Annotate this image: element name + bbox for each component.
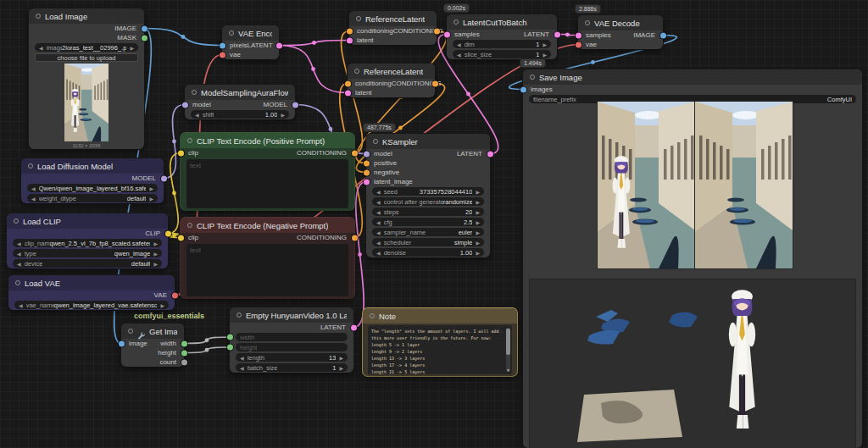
decrement-arrow[interactable]: ◀ <box>39 45 43 51</box>
output-slot-CONDITIONING-dot[interactable] <box>432 80 438 86</box>
collapse-dot[interactable] <box>28 163 33 169</box>
input-slot-pixels-dot[interactable] <box>220 42 225 48</box>
collapse-dot[interactable] <box>128 329 133 334</box>
prompt-textarea[interactable]: text <box>186 244 348 296</box>
node-note[interactable]: NoteThe "length" sets the amount of laye… <box>363 308 517 376</box>
widget-device[interactable]: ◀devicedefault▶ <box>13 259 162 268</box>
node-latent-cut[interactable]: 0.002sLatentCutToBatchsamplesLATENT◀dim1… <box>447 14 557 59</box>
note-text[interactable]: The "length" sets the amount of layers. … <box>368 325 512 374</box>
decrement-arrow[interactable]: ◀ <box>31 185 36 191</box>
node-clip-pos[interactable]: CLIP Text Encode (Positive Prompt)clipCO… <box>181 133 354 210</box>
increment-arrow[interactable]: ▶ <box>476 189 480 195</box>
node-ksampler[interactable]: 487.775sKSamplermodelLATENTpositivenegat… <box>366 134 490 257</box>
widget-clip_name[interactable]: ◀clip_nameqwen_2.5_vl_7b_fp8_scaled.safe… <box>13 239 162 247</box>
input-slot-image-dot[interactable] <box>119 340 125 346</box>
output-slot-IMAGE-dot[interactable] <box>142 25 147 31</box>
node-title-bar[interactable]: ReferenceLatent <box>348 64 435 79</box>
input-slot-latent_image-dot[interactable] <box>364 179 370 185</box>
decrement-arrow[interactable]: ◀ <box>19 302 23 308</box>
output-slot-LATENT-dot[interactable] <box>351 324 357 330</box>
input-slot-latent-dot[interactable] <box>347 37 353 43</box>
node-title-bar[interactable]: KSampler <box>366 134 490 149</box>
output-slot-width-dot[interactable] <box>181 340 187 346</box>
output-slot-LATENT-dot[interactable] <box>554 31 560 37</box>
decrement-arrow[interactable]: ◀ <box>240 355 244 361</box>
scroll-down-arrow[interactable]: ▼ <box>506 368 510 373</box>
decrement-arrow[interactable]: ◀ <box>195 112 199 118</box>
increment-arrow[interactable]: ▶ <box>149 185 153 191</box>
increment-arrow[interactable]: ▶ <box>542 41 547 47</box>
widget-image[interactable]: ◀image2loras_test__02996_.png▶ <box>35 43 138 52</box>
node-load-image[interactable]: Load ImageIMAGEMASK◀image2loras_test__02… <box>29 8 144 149</box>
note-scrollbar[interactable]: ▼ <box>506 328 510 372</box>
decrement-arrow[interactable]: ◀ <box>376 189 381 195</box>
input-slot-width-dot[interactable] <box>227 335 233 340</box>
node-graph-canvas[interactable]: comfyui_essentials Load ImageIMAGEMASK◀i… <box>0 0 868 448</box>
increment-arrow[interactable]: ▶ <box>149 196 153 202</box>
widget-type[interactable]: ◀typeqwen_image▶ <box>13 249 162 257</box>
increment-arrow[interactable]: ▶ <box>153 251 158 257</box>
node-title-bar[interactable]: Load CLIP <box>7 213 168 229</box>
increment-arrow[interactable]: ▶ <box>339 365 343 371</box>
collapse-dot[interactable] <box>373 139 378 144</box>
output-slot-LATENT-dot[interactable] <box>487 151 493 157</box>
output-slot-CLIP-dot[interactable] <box>165 230 171 236</box>
node-title-bar[interactable]: Load Diffusion Model <box>21 158 164 174</box>
widget-shift[interactable]: ◀shift1.00▶ <box>191 110 289 119</box>
node-ref-latent-1[interactable]: ReferenceLatentconditioningCONDITIONINGl… <box>349 11 437 45</box>
input-slot-samples-dot[interactable] <box>444 31 450 37</box>
node-load-clip[interactable]: Load CLIPCLIP◀clip_nameqwen_2.5_vl_7b_fp… <box>7 213 168 268</box>
input-slot-model-dot[interactable] <box>182 102 188 108</box>
decrement-arrow[interactable]: ◀ <box>376 230 381 235</box>
node-title-bar[interactable]: VAE Decode <box>578 15 663 30</box>
output-slot-MODEL-dot[interactable] <box>292 102 298 108</box>
decrement-arrow[interactable]: ◀ <box>376 209 381 215</box>
widget-control after generate[interactable]: ◀control after generaterandomize▶ <box>372 197 484 206</box>
input-slot-images-dot[interactable] <box>520 86 526 92</box>
increment-arrow[interactable]: ▶ <box>476 230 480 235</box>
decrement-arrow[interactable]: ◀ <box>376 240 381 246</box>
decrement-arrow[interactable]: ◀ <box>457 41 461 47</box>
decrement-arrow[interactable]: ◀ <box>17 251 21 257</box>
decrement-arrow[interactable]: ◀ <box>17 261 21 267</box>
collapse-dot[interactable] <box>354 69 359 74</box>
widget-slice_size[interactable]: ◀slice_size1▶ <box>453 50 551 58</box>
node-title-bar[interactable]: Load VAE <box>8 275 175 290</box>
input-slot-latent-dot[interactable] <box>345 90 351 96</box>
input-slot-clip-dot[interactable] <box>178 235 184 241</box>
widget-dim[interactable]: ◀dim1▶ <box>453 40 551 48</box>
increment-arrow[interactable]: ▶ <box>476 240 480 246</box>
output-slot-count-dot[interactable] <box>181 359 187 365</box>
output-slot-MASK-dot[interactable] <box>142 35 147 41</box>
collapse-dot[interactable] <box>229 30 234 36</box>
decrement-arrow[interactable]: ◀ <box>376 219 381 225</box>
output-slot-LATENT-dot[interactable] <box>276 42 282 48</box>
node-title-bar[interactable]: CLIP Text Encode (Negative Prompt) <box>181 218 354 233</box>
collapse-dot[interactable] <box>15 280 20 285</box>
decrement-arrow[interactable]: ◀ <box>31 196 36 202</box>
increment-arrow[interactable]: ▶ <box>476 250 480 256</box>
choose-file-button[interactable]: choose file to upload <box>35 53 138 62</box>
output-slot-CONDITIONING-dot[interactable] <box>434 28 440 34</box>
output-slot-IMAGE-dot[interactable] <box>660 32 666 38</box>
node-empty-latent[interactable]: Empty HunyuanVideo 1.0 LatentLATENTwidth… <box>230 307 353 373</box>
input-slot-vae-dot[interactable] <box>220 52 225 58</box>
prompt-textarea[interactable]: text <box>186 159 348 208</box>
increment-arrow[interactable]: ▶ <box>476 219 480 225</box>
increment-arrow[interactable]: ▶ <box>476 209 480 215</box>
node-load-diffusion[interactable]: Load Diffusion ModelMODEL◀Qwen/qwen_imag… <box>21 158 164 203</box>
node-get-image[interactable]: Get Imag...imagewidthheightcount <box>121 324 184 367</box>
decrement-arrow[interactable]: ◀ <box>240 365 244 371</box>
output-slot-height-dot[interactable] <box>181 350 187 356</box>
collapse-dot[interactable] <box>236 312 242 318</box>
collapse-dot[interactable] <box>14 218 19 224</box>
node-vae-decode[interactable]: 2.888sVAE DecodesamplesIMAGEvae <box>578 15 663 49</box>
input-slot-conditioning-dot[interactable] <box>345 80 351 86</box>
node-title-bar[interactable]: CLIP Text Encode (Positive Prompt) <box>181 133 354 148</box>
input-slot-vae-dot[interactable] <box>576 41 581 47</box>
widget-vae_name[interactable]: ◀vae_nameqwen_image_layered_vae.safetens… <box>14 301 169 309</box>
increment-arrow[interactable]: ▶ <box>339 355 343 361</box>
node-title-bar[interactable]: LatentCutToBatch <box>447 14 557 30</box>
node-save-image[interactable]: 1.494sSave Imageimagesfilename_prefixCom… <box>523 69 862 448</box>
scrollbar-thumb[interactable] <box>506 329 510 355</box>
